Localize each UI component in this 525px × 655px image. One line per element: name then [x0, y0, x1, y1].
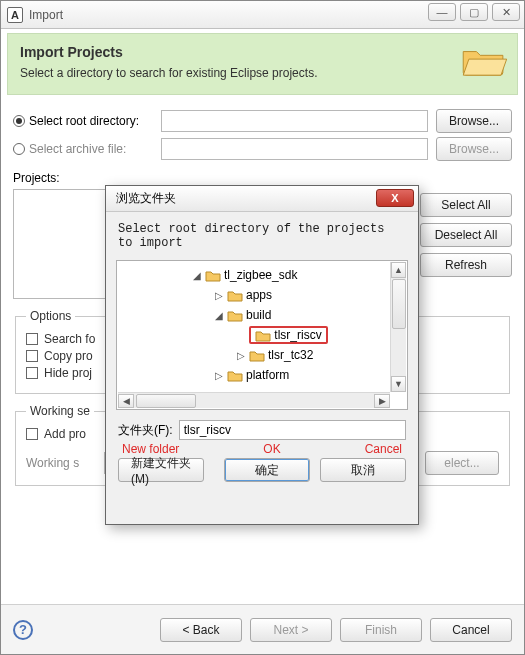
archive-label[interactable]: Select archive file: [13, 142, 153, 156]
tree-node[interactable]: tl_zigbee_sdk [224, 268, 297, 282]
checkbox-icon[interactable] [26, 350, 38, 362]
tree-node[interactable]: tlsr_tc32 [268, 348, 313, 362]
projects-label: Projects: [13, 171, 410, 185]
h-scrollbar[interactable]: ◀ ▶ [118, 392, 390, 408]
deselect-all-button[interactable]: Deselect All [420, 223, 512, 247]
checkbox-icon[interactable] [26, 333, 38, 345]
expand-icon[interactable]: ▷ [213, 290, 224, 301]
scroll-down-icon[interactable]: ▼ [391, 376, 406, 392]
working-sets-select-button: elect... [425, 451, 499, 475]
working-sets-legend: Working se [26, 404, 94, 418]
working-sets-combo-label: Working s [26, 456, 96, 470]
archive-input[interactable] [161, 138, 428, 160]
sub-close-button[interactable]: X [376, 189, 414, 207]
expand-icon[interactable]: ▷ [213, 370, 224, 381]
tree-node[interactable]: platform [246, 368, 289, 382]
v-scrollbar[interactable]: ▲ ▼ [390, 262, 406, 392]
root-dir-label[interactable]: Select root directory: [13, 114, 153, 128]
folder-icon [205, 269, 221, 282]
new-folder-button[interactable]: 新建文件夹(M) [118, 458, 204, 482]
options-legend: Options [26, 309, 75, 323]
root-dir-input[interactable] [161, 110, 428, 132]
collapse-icon[interactable]: ◢ [191, 270, 202, 281]
browse-root-button[interactable]: Browse... [436, 109, 512, 133]
minimize-button[interactable]: — [428, 3, 456, 21]
root-dir-radio[interactable] [13, 115, 25, 127]
close-button[interactable]: ✕ [492, 3, 520, 21]
titlebar: A Import — ▢ ✕ [1, 1, 524, 29]
folder-field[interactable]: tlsr_riscv [179, 420, 406, 440]
sub-cancel-button[interactable]: 取消 [320, 458, 406, 482]
folder-icon [255, 329, 271, 342]
archive-radio[interactable] [13, 143, 25, 155]
finish-button: Finish [340, 618, 422, 642]
v-scroll-thumb[interactable] [392, 279, 406, 329]
annotation-cancel: Cancel [365, 442, 402, 456]
sub-instruction: Select root directory of the projects to… [106, 212, 418, 254]
browse-folder-dialog: 浏览文件夹 X Select root directory of the pro… [105, 185, 419, 525]
app-icon: A [7, 7, 23, 23]
ok-button[interactable]: 确定 [224, 458, 310, 482]
folder-icon [227, 369, 243, 382]
folder-field-label: 文件夹(F): [118, 422, 173, 439]
footer: ? < Back Next > Finish Cancel [1, 604, 524, 654]
scroll-up-icon[interactable]: ▲ [391, 262, 406, 278]
tree-node-selected[interactable]: tlsr_riscv [249, 326, 328, 344]
folder-icon [227, 309, 243, 322]
back-button[interactable]: < Back [160, 618, 242, 642]
folder-tree[interactable]: ◢ tl_zigbee_sdk ▷ apps ◢ build tlsr_risc… [116, 260, 408, 410]
sub-title: 浏览文件夹 [116, 190, 176, 207]
tree-node[interactable]: build [246, 308, 271, 322]
browse-archive-button: Browse... [436, 137, 512, 161]
collapse-icon[interactable]: ◢ [213, 310, 224, 321]
h-scroll-thumb[interactable] [136, 394, 196, 408]
banner-heading: Import Projects [20, 44, 505, 60]
checkbox-icon[interactable] [26, 367, 38, 379]
scroll-left-icon[interactable]: ◀ [118, 394, 134, 408]
refresh-button[interactable]: Refresh [420, 253, 512, 277]
banner: Import Projects Select a directory to se… [7, 33, 518, 95]
checkbox-icon[interactable] [26, 428, 38, 440]
scroll-right-icon[interactable]: ▶ [374, 394, 390, 408]
help-icon[interactable]: ? [13, 620, 33, 640]
annotation-ok: OK [263, 442, 280, 456]
expand-icon[interactable]: ▷ [235, 350, 246, 361]
cancel-button[interactable]: Cancel [430, 618, 512, 642]
maximize-button[interactable]: ▢ [460, 3, 488, 21]
select-all-button[interactable]: Select All [420, 193, 512, 217]
next-button: Next > [250, 618, 332, 642]
window-title: Import [29, 8, 63, 22]
banner-subtext: Select a directory to search for existin… [20, 66, 505, 80]
tree-node[interactable]: apps [246, 288, 272, 302]
folder-icon [227, 289, 243, 302]
sub-titlebar: 浏览文件夹 X [106, 186, 418, 212]
folder-icon [249, 349, 265, 362]
import-folder-icon [461, 44, 507, 78]
